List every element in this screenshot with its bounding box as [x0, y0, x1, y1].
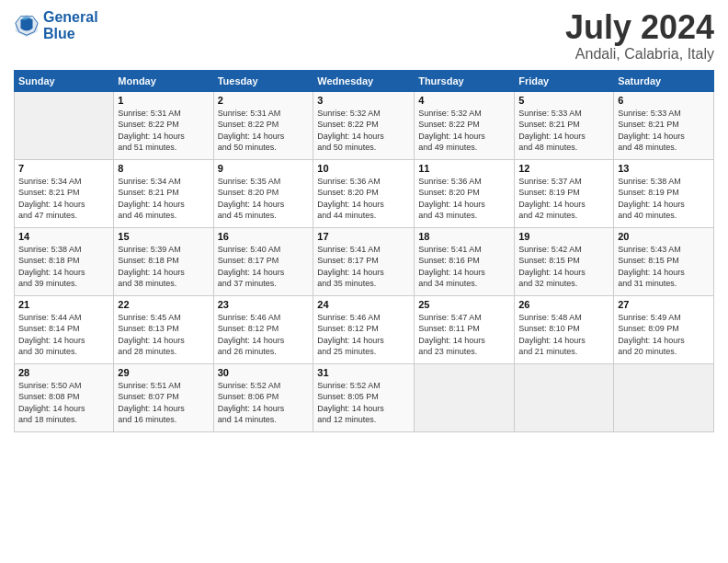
- day-cell: 17Sunrise: 5:41 AM Sunset: 8:17 PM Dayli…: [313, 227, 415, 295]
- day-info: Sunrise: 5:32 AM Sunset: 8:22 PM Dayligh…: [418, 108, 510, 154]
- day-info: Sunrise: 5:52 AM Sunset: 8:06 PM Dayligh…: [218, 380, 310, 426]
- day-info: Sunrise: 5:31 AM Sunset: 8:22 PM Dayligh…: [118, 108, 209, 154]
- week-row-5: 28Sunrise: 5:50 AM Sunset: 8:08 PM Dayli…: [15, 363, 714, 431]
- day-number: 31: [317, 367, 410, 378]
- day-info: Sunrise: 5:38 AM Sunset: 8:18 PM Dayligh…: [18, 244, 109, 290]
- day-cell: 8Sunrise: 5:34 AM Sunset: 8:21 PM Daylig…: [114, 159, 213, 227]
- day-info: Sunrise: 5:40 AM Sunset: 8:17 PM Dayligh…: [218, 244, 310, 290]
- day-number: 8: [118, 163, 209, 174]
- day-info: Sunrise: 5:46 AM Sunset: 8:12 PM Dayligh…: [218, 312, 310, 358]
- day-number: 15: [118, 231, 209, 242]
- logo-text: General Blue: [43, 9, 98, 41]
- day-cell: 27Sunrise: 5:49 AM Sunset: 8:09 PM Dayli…: [614, 295, 714, 363]
- day-number: 19: [518, 231, 609, 242]
- main-title: July 2024: [565, 9, 714, 46]
- day-number: 16: [218, 231, 310, 242]
- day-cell: 25Sunrise: 5:47 AM Sunset: 8:11 PM Dayli…: [415, 295, 515, 363]
- day-cell: 19Sunrise: 5:42 AM Sunset: 8:15 PM Dayli…: [515, 227, 614, 295]
- day-cell: 3Sunrise: 5:32 AM Sunset: 8:22 PM Daylig…: [313, 91, 415, 159]
- day-info: Sunrise: 5:51 AM Sunset: 8:07 PM Dayligh…: [118, 380, 209, 426]
- day-number: 10: [317, 163, 410, 174]
- day-number: 28: [18, 367, 109, 378]
- day-cell: 6Sunrise: 5:33 AM Sunset: 8:21 PM Daylig…: [614, 91, 714, 159]
- day-cell: 20Sunrise: 5:43 AM Sunset: 8:15 PM Dayli…: [614, 227, 714, 295]
- day-cell: 29Sunrise: 5:51 AM Sunset: 8:07 PM Dayli…: [114, 363, 213, 431]
- page: General Blue July 2024 Andali, Calabria,…: [0, 0, 728, 563]
- col-monday: Monday: [114, 70, 213, 91]
- day-number: 5: [518, 95, 609, 106]
- day-cell: [415, 363, 515, 431]
- day-cell: [515, 363, 614, 431]
- day-number: 26: [518, 299, 609, 310]
- day-info: Sunrise: 5:48 AM Sunset: 8:10 PM Dayligh…: [518, 312, 609, 358]
- day-cell: 11Sunrise: 5:36 AM Sunset: 8:20 PM Dayli…: [415, 159, 515, 227]
- day-info: Sunrise: 5:45 AM Sunset: 8:13 PM Dayligh…: [118, 312, 209, 358]
- day-number: 6: [618, 95, 710, 106]
- week-row-4: 21Sunrise: 5:44 AM Sunset: 8:14 PM Dayli…: [15, 295, 714, 363]
- day-number: 7: [18, 163, 109, 174]
- day-number: 2: [218, 95, 310, 106]
- day-cell: 14Sunrise: 5:38 AM Sunset: 8:18 PM Dayli…: [15, 227, 114, 295]
- day-cell: 26Sunrise: 5:48 AM Sunset: 8:10 PM Dayli…: [515, 295, 614, 363]
- day-cell: 10Sunrise: 5:36 AM Sunset: 8:20 PM Dayli…: [313, 159, 415, 227]
- day-cell: 21Sunrise: 5:44 AM Sunset: 8:14 PM Dayli…: [15, 295, 114, 363]
- day-info: Sunrise: 5:43 AM Sunset: 8:15 PM Dayligh…: [618, 244, 710, 290]
- day-cell: 7Sunrise: 5:34 AM Sunset: 8:21 PM Daylig…: [15, 159, 114, 227]
- calendar-body: 1Sunrise: 5:31 AM Sunset: 8:22 PM Daylig…: [15, 91, 714, 431]
- col-tuesday: Tuesday: [213, 70, 313, 91]
- day-info: Sunrise: 5:33 AM Sunset: 8:21 PM Dayligh…: [618, 108, 710, 154]
- day-cell: 9Sunrise: 5:35 AM Sunset: 8:20 PM Daylig…: [213, 159, 313, 227]
- day-info: Sunrise: 5:36 AM Sunset: 8:20 PM Dayligh…: [418, 176, 510, 222]
- calendar-table: Sunday Monday Tuesday Wednesday Thursday…: [14, 70, 714, 432]
- day-info: Sunrise: 5:31 AM Sunset: 8:22 PM Dayligh…: [218, 108, 310, 154]
- day-info: Sunrise: 5:39 AM Sunset: 8:18 PM Dayligh…: [118, 244, 209, 290]
- day-cell: [614, 363, 714, 431]
- day-cell: 12Sunrise: 5:37 AM Sunset: 8:19 PM Dayli…: [515, 159, 614, 227]
- day-number: 12: [518, 163, 609, 174]
- day-number: 18: [418, 231, 510, 242]
- day-cell: 15Sunrise: 5:39 AM Sunset: 8:18 PM Dayli…: [114, 227, 213, 295]
- day-cell: 30Sunrise: 5:52 AM Sunset: 8:06 PM Dayli…: [213, 363, 313, 431]
- day-number: 9: [218, 163, 310, 174]
- col-sunday: Sunday: [15, 70, 114, 91]
- day-info: Sunrise: 5:47 AM Sunset: 8:11 PM Dayligh…: [418, 312, 510, 358]
- day-info: Sunrise: 5:50 AM Sunset: 8:08 PM Dayligh…: [18, 380, 109, 426]
- day-cell: 4Sunrise: 5:32 AM Sunset: 8:22 PM Daylig…: [415, 91, 515, 159]
- day-info: Sunrise: 5:46 AM Sunset: 8:12 PM Dayligh…: [317, 312, 410, 358]
- day-cell: 23Sunrise: 5:46 AM Sunset: 8:12 PM Dayli…: [213, 295, 313, 363]
- title-block: July 2024 Andali, Calabria, Italy: [565, 9, 714, 63]
- day-info: Sunrise: 5:44 AM Sunset: 8:14 PM Dayligh…: [18, 312, 109, 358]
- day-number: 3: [317, 95, 410, 106]
- day-cell: 13Sunrise: 5:38 AM Sunset: 8:19 PM Dayli…: [614, 159, 714, 227]
- day-info: Sunrise: 5:34 AM Sunset: 8:21 PM Dayligh…: [118, 176, 209, 222]
- day-cell: 2Sunrise: 5:31 AM Sunset: 8:22 PM Daylig…: [213, 91, 313, 159]
- day-number: 1: [118, 95, 209, 106]
- day-number: 14: [18, 231, 109, 242]
- day-number: 17: [317, 231, 410, 242]
- day-number: 30: [218, 367, 310, 378]
- day-cell: 28Sunrise: 5:50 AM Sunset: 8:08 PM Dayli…: [15, 363, 114, 431]
- day-info: Sunrise: 5:49 AM Sunset: 8:09 PM Dayligh…: [618, 312, 710, 358]
- logo-icon: [14, 13, 40, 39]
- day-number: 29: [118, 367, 209, 378]
- week-row-1: 1Sunrise: 5:31 AM Sunset: 8:22 PM Daylig…: [15, 91, 714, 159]
- col-thursday: Thursday: [415, 70, 515, 91]
- day-cell: 18Sunrise: 5:41 AM Sunset: 8:16 PM Dayli…: [415, 227, 515, 295]
- day-number: 22: [118, 299, 209, 310]
- day-info: Sunrise: 5:36 AM Sunset: 8:20 PM Dayligh…: [317, 176, 410, 222]
- day-cell: 24Sunrise: 5:46 AM Sunset: 8:12 PM Dayli…: [313, 295, 415, 363]
- day-info: Sunrise: 5:37 AM Sunset: 8:19 PM Dayligh…: [518, 176, 609, 222]
- day-info: Sunrise: 5:38 AM Sunset: 8:19 PM Dayligh…: [618, 176, 710, 222]
- header: General Blue July 2024 Andali, Calabria,…: [14, 9, 714, 63]
- day-number: 25: [418, 299, 510, 310]
- day-number: 4: [418, 95, 510, 106]
- col-friday: Friday: [515, 70, 614, 91]
- day-info: Sunrise: 5:35 AM Sunset: 8:20 PM Dayligh…: [218, 176, 310, 222]
- logo: General Blue: [14, 9, 98, 41]
- day-info: Sunrise: 5:34 AM Sunset: 8:21 PM Dayligh…: [18, 176, 109, 222]
- day-number: 20: [618, 231, 710, 242]
- day-info: Sunrise: 5:32 AM Sunset: 8:22 PM Dayligh…: [317, 108, 410, 154]
- day-info: Sunrise: 5:41 AM Sunset: 8:17 PM Dayligh…: [317, 244, 410, 290]
- day-cell: 16Sunrise: 5:40 AM Sunset: 8:17 PM Dayli…: [213, 227, 313, 295]
- day-number: 13: [618, 163, 710, 174]
